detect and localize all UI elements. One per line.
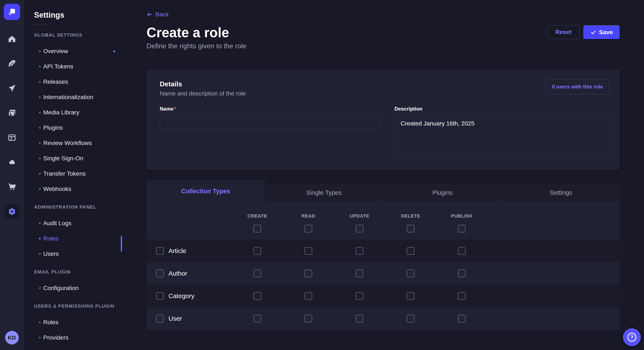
content-type-label: Category [168, 292, 194, 300]
perm-checkbox-user-publish[interactable] [458, 315, 466, 322]
select-all-update-checkbox[interactable] [356, 225, 363, 232]
description-textarea[interactable]: Created January 16th, 2025 [394, 114, 610, 158]
subnav-title: Settings [24, 0, 122, 19]
tab-collection-types[interactable]: Collection Types [146, 180, 265, 202]
row-select-checkbox-article[interactable] [156, 247, 164, 255]
perm-row-label-cell: Article [146, 247, 232, 255]
description-field-group: Description Created January 16th, 2025 [394, 106, 610, 159]
select-all-create-checkbox[interactable] [254, 225, 261, 232]
perm-checkbox-author-create[interactable] [254, 270, 261, 277]
cloud-icon[interactable] [4, 155, 20, 170]
perm-cell [283, 247, 334, 255]
subnav-item-roles[interactable]: Roles [24, 231, 122, 246]
help-button[interactable]: ? [623, 328, 641, 346]
perm-checkbox-user-create[interactable] [254, 315, 261, 322]
content-type-label: Article [168, 247, 186, 255]
perm-cell [436, 247, 487, 255]
row-select-checkbox-author[interactable] [156, 270, 164, 277]
bullet-icon [39, 322, 41, 323]
perm-checkbox-article-read[interactable] [304, 247, 312, 255]
select-all-publish-checkbox[interactable] [458, 225, 466, 232]
subnav-item-label: Transfer Tokens [43, 170, 86, 177]
perm-checkbox-category-publish[interactable] [458, 292, 466, 300]
send-plane-icon[interactable] [4, 81, 20, 96]
perm-checkbox-category-create[interactable] [254, 292, 261, 300]
perm-checkbox-user-update[interactable] [356, 315, 363, 322]
perm-checkbox-user-delete[interactable] [407, 315, 414, 322]
subnav-item-transfer-tokens[interactable]: Transfer Tokens [24, 166, 122, 181]
perm-cell [283, 270, 334, 277]
settings-gear-icon[interactable] [4, 204, 20, 219]
media-images-icon[interactable] [4, 105, 20, 120]
layout-icon[interactable] [4, 130, 20, 145]
perm-checkbox-category-update[interactable] [356, 292, 363, 300]
users-with-role-button[interactable]: 0 users with this role [546, 79, 610, 94]
bullet-icon [39, 81, 41, 83]
subnav-section-email-plugin: EMAIL PLUGINConfiguration [24, 267, 122, 296]
perm-column-label: DELETE [401, 213, 420, 219]
subnav-item-media-library[interactable]: Media Library [24, 105, 122, 120]
subnav-scrollbar-thumb[interactable] [121, 236, 122, 252]
name-input[interactable] [160, 114, 380, 129]
perm-cell [385, 292, 436, 300]
perm-cell [385, 247, 436, 255]
subnav-item-single-sign-on[interactable]: Single Sign-On [24, 151, 122, 166]
subnav-item-configuration[interactable]: Configuration [24, 280, 122, 296]
perm-checkbox-author-read[interactable] [304, 270, 312, 277]
tab-settings[interactable]: Settings [502, 183, 620, 202]
subnav-item-webhooks[interactable]: Webhooks [24, 181, 122, 197]
subnav-item-label: Releases [43, 78, 68, 85]
home-icon[interactable] [4, 31, 20, 46]
back-link[interactable]: Back [146, 11, 169, 18]
subnav-section-header: EMAIL PLUGIN [24, 267, 122, 277]
check-icon [590, 29, 596, 35]
content-feather-icon[interactable] [4, 56, 20, 71]
perm-checkbox-user-read[interactable] [304, 315, 312, 322]
perm-checkbox-article-publish[interactable] [458, 247, 466, 255]
perm-cell [232, 292, 283, 300]
subnav-item-overview[interactable]: Overview [24, 44, 122, 59]
tab-plugins[interactable]: Plugins [383, 183, 502, 202]
subnav-item-api-tokens[interactable]: API Tokens [24, 59, 122, 74]
subnav-item-providers[interactable]: Providers [24, 330, 122, 345]
perm-checkbox-article-update[interactable] [356, 247, 363, 255]
perm-checkbox-article-delete[interactable] [407, 247, 414, 255]
bullet-icon [39, 188, 41, 190]
permissions-card: Collection TypesSingle TypesPluginsSetti… [146, 180, 620, 330]
subnav-item-plugins[interactable]: Plugins [24, 120, 122, 136]
user-avatar[interactable]: KD [5, 331, 19, 345]
perm-row-label-cell: Category [146, 292, 232, 300]
row-select-checkbox-user[interactable] [156, 315, 164, 322]
back-label: Back [156, 11, 169, 18]
subnav-item-roles[interactable]: Roles [24, 315, 122, 330]
reset-button[interactable]: Reset [547, 25, 579, 39]
subnav-item-audit-logs[interactable]: Audit Logs [24, 216, 122, 231]
subnav-item-review-workflows[interactable]: Review Workflows [24, 136, 122, 151]
bullet-icon [39, 112, 41, 113]
strapi-logo[interactable] [4, 4, 20, 20]
row-select-checkbox-category[interactable] [156, 292, 164, 300]
subnav-item-label: Configuration [43, 285, 79, 292]
perm-checkbox-author-update[interactable] [356, 270, 363, 277]
subnav-section-header: USERS & PERMISSIONS PLUGIN [24, 301, 122, 312]
subnav-section-header: GLOBAL SETTINGS [24, 30, 122, 40]
marketplace-cart-icon[interactable] [4, 179, 20, 194]
perm-checkbox-category-delete[interactable] [407, 292, 414, 300]
tab-single-types[interactable]: Single Types [265, 183, 383, 202]
perm-checkbox-article-create[interactable] [254, 247, 261, 255]
subnav-item-label: Single Sign-On [43, 155, 83, 162]
select-all-delete-checkbox[interactable] [407, 225, 414, 232]
subnav-item-releases[interactable]: Releases [24, 74, 122, 90]
select-all-read-checkbox[interactable] [304, 225, 312, 232]
save-button[interactable]: Save [583, 25, 620, 39]
perm-column-update: UPDATE [334, 202, 385, 240]
perm-checkbox-author-publish[interactable] [458, 270, 466, 277]
perm-cell [232, 315, 283, 322]
perm-cell [436, 292, 487, 300]
subnav-item-internationalization[interactable]: Internationalization [24, 90, 122, 105]
perm-checkbox-category-read[interactable] [304, 292, 312, 300]
subnav-item-users[interactable]: Users [24, 246, 122, 262]
subnav-item-label: Roles [43, 319, 58, 326]
perm-checkbox-author-delete[interactable] [407, 270, 414, 277]
subnav-title-divider [34, 24, 51, 25]
